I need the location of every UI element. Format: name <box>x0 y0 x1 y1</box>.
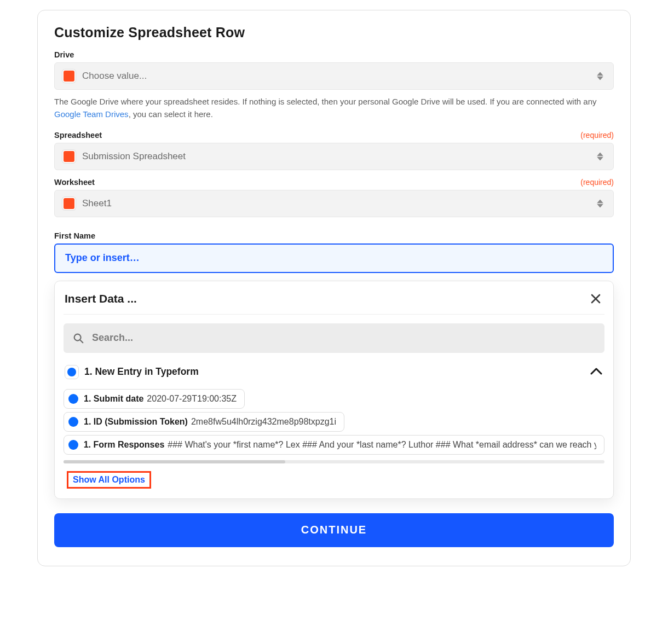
sheets-app-icon <box>62 69 76 83</box>
worksheet-field: Worksheet (required) Sheet1 <box>54 178 614 217</box>
continue-button[interactable]: CONTINUE <box>54 513 614 547</box>
insert-data-popover: Insert Data ... 1. New Entry in Typeform <box>54 281 614 499</box>
insert-data-item[interactable]: 1. Submit date 2020-07-29T19:00:35Z <box>64 389 245 409</box>
spreadsheet-select-value: Submission Spreadsheet <box>82 151 186 162</box>
typeform-app-icon <box>68 440 78 450</box>
close-icon[interactable] <box>588 291 603 306</box>
first-name-input[interactable] <box>54 243 614 273</box>
drive-field: Drive Choose value... The Google Drive w… <box>54 50 614 121</box>
insert-data-search[interactable] <box>64 323 604 353</box>
insert-data-search-input[interactable] <box>91 332 596 344</box>
typeform-app-icon <box>65 365 79 379</box>
worksheet-select-value: Sheet1 <box>82 198 112 209</box>
scrollbar-thumb[interactable] <box>64 460 285 463</box>
show-all-options-button[interactable]: Show All Options <box>67 471 151 489</box>
typeform-app-icon <box>68 417 78 427</box>
chevron-up-icon <box>590 367 602 377</box>
insert-data-item-value: ### What's your *first name*? Lex ### An… <box>168 440 596 450</box>
spreadsheet-label: Spreadsheet <box>54 131 102 140</box>
spreadsheet-required: (required) <box>580 131 614 140</box>
insert-data-item[interactable]: 1. ID (Submission Token) 2me8fw5u4lh0rzi… <box>64 412 344 432</box>
worksheet-select[interactable]: Sheet1 <box>54 190 614 217</box>
customize-row-panel: Customize Spreadsheet Row Drive Choose v… <box>37 10 631 566</box>
select-sort-icon <box>597 199 603 207</box>
insert-data-group-title: 1. New Entry in Typeform <box>84 366 199 378</box>
insert-data-item-value: 2me8fw5u4lh0rzig432me8p98txpzg1i <box>191 417 336 427</box>
spreadsheet-field: Spreadsheet (required) Submission Spread… <box>54 131 614 170</box>
drive-help-text: The Google Drive where your spreadsheet … <box>54 95 614 121</box>
insert-data-group-header[interactable]: 1. New Entry in Typeform <box>64 361 604 386</box>
first-name-field: First Name <box>54 231 614 273</box>
insert-data-item-label: 1. Submit date <box>84 394 143 404</box>
worksheet-label: Worksheet <box>54 178 95 187</box>
worksheet-required: (required) <box>580 178 614 187</box>
insert-data-item-label: 1. ID (Submission Token) <box>84 417 188 427</box>
first-name-label: First Name <box>54 231 95 240</box>
typeform-app-icon <box>68 394 78 404</box>
drive-select[interactable]: Choose value... <box>54 62 614 90</box>
search-icon <box>72 332 84 344</box>
select-sort-icon <box>597 152 603 160</box>
page-title: Customize Spreadsheet Row <box>54 25 614 40</box>
horizontal-scrollbar[interactable] <box>64 460 604 463</box>
insert-data-title: Insert Data ... <box>65 292 137 305</box>
sheets-app-icon <box>62 150 76 163</box>
sheets-app-icon <box>62 197 76 210</box>
spreadsheet-select[interactable]: Submission Spreadsheet <box>54 143 614 170</box>
insert-data-item[interactable]: 1. Form Responses ### What's your *first… <box>64 435 604 455</box>
svg-line-1 <box>80 340 83 343</box>
insert-data-item-value: 2020-07-29T19:00:35Z <box>147 394 237 404</box>
select-sort-icon <box>597 72 603 80</box>
team-drives-link[interactable]: Google Team Drives <box>54 109 129 119</box>
drive-select-value: Choose value... <box>82 71 147 82</box>
insert-data-item-label: 1. Form Responses <box>84 440 165 450</box>
drive-label: Drive <box>54 50 74 59</box>
